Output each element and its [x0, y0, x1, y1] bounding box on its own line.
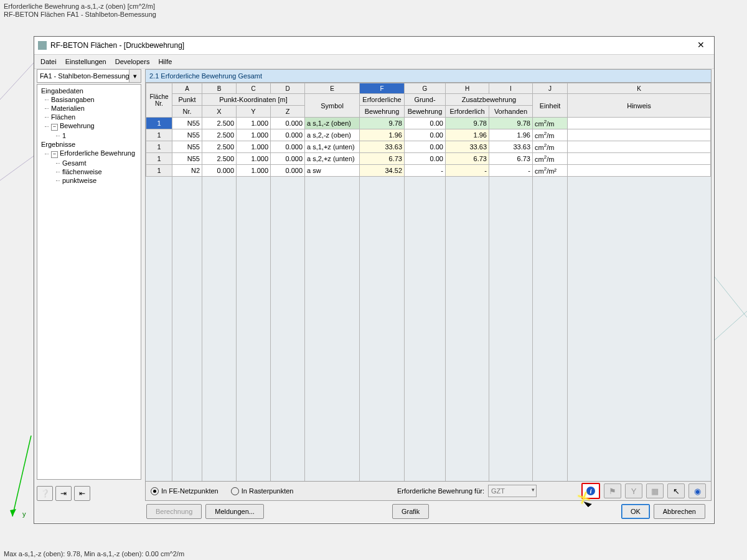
- table-row[interactable]: 1N552.5001.0000.000a s,1,+z (unten)33.63…: [146, 141, 711, 153]
- ok-button[interactable]: OK: [621, 504, 650, 519]
- close-button[interactable]: ✕: [692, 39, 710, 52]
- eye-button[interactable]: ◉: [688, 483, 706, 498]
- axis-y-icon: [0, 436, 37, 529]
- app-icon: [38, 41, 47, 50]
- table-row[interactable]: 1N552.5001.0000.000a s,2,-z (oben)1.960.…: [146, 129, 711, 141]
- berechnung-button[interactable]: Berechnung: [146, 504, 202, 519]
- case-combo-value: FA1 - Stahlbeton-Bemessung: [40, 72, 129, 80]
- axis-y-label: y: [22, 510, 26, 518]
- import-button[interactable]: ⇥: [55, 486, 72, 501]
- svg-line-3: [0, 156, 34, 180]
- titlebar: RF-BETON Flächen - [Druckbewehrung] ✕: [34, 37, 714, 55]
- svg-line-4: [712, 274, 747, 317]
- bg-line-1: [0, 62, 37, 187]
- grid-footer: In FE-Netzpunkten In Rasterpunkten Erfor…: [145, 482, 712, 501]
- menu-einstellungen[interactable]: Einstellungen: [65, 58, 106, 65]
- tree-bewehrung-1[interactable]: 1: [37, 131, 141, 140]
- col-J[interactable]: J: [533, 83, 568, 94]
- section-title: 2.1 Erforderliche Bewehrung Gesamt: [145, 69, 712, 82]
- table-row[interactable]: 1N552.5001.0000.000a s,1,-z (oben)9.780.…: [146, 118, 711, 129]
- col-H[interactable]: H: [446, 83, 489, 94]
- tree-ergebnisse[interactable]: Ergebnisse: [37, 140, 141, 149]
- col-F[interactable]: F: [360, 83, 405, 94]
- col-K[interactable]: K: [568, 83, 711, 94]
- tree-materialien[interactable]: Materialien: [37, 104, 141, 113]
- col-E[interactable]: E: [305, 83, 360, 94]
- svg-line-5: [712, 311, 747, 342]
- svg-line-0: [12, 436, 31, 516]
- tree-gesamt[interactable]: Gesamt: [37, 159, 141, 167]
- menu-developers[interactable]: Developers: [115, 58, 150, 65]
- menu-datei[interactable]: Datei: [40, 58, 57, 65]
- table-row[interactable]: 1N20.0001.0000.000a sw34.52---cm2/m²: [146, 165, 711, 177]
- export-button[interactable]: ⇤: [74, 486, 90, 501]
- tree-erf-bewehrung[interactable]: −Erforderliche Bewehrung: [37, 149, 141, 159]
- nav-tree[interactable]: Eingabedaten Basisangaben Materialien Fl…: [37, 84, 141, 480]
- tree-flaechen[interactable]: Flächen: [37, 113, 141, 121]
- bg-line-2: [712, 274, 747, 348]
- col-B[interactable]: B: [202, 83, 237, 94]
- tree-bewehrung[interactable]: −Bewehrung: [37, 121, 141, 131]
- minus-icon[interactable]: −: [51, 151, 58, 158]
- tree-flaechenweise[interactable]: flächenweise: [37, 167, 141, 176]
- minus-icon[interactable]: −: [51, 124, 58, 131]
- status-text: Max a-s,1,-z (oben): 9.78, Min a-s,1,-z …: [4, 550, 184, 558]
- tree-eingabedaten[interactable]: Eingabedaten: [37, 86, 141, 95]
- flag-button[interactable]: ⚑: [604, 483, 621, 498]
- radio-fe-netzpunkte[interactable]: In FE-Netzpunkten: [151, 487, 218, 495]
- chevron-down-icon: ▾: [129, 70, 141, 82]
- info-button[interactable]: i: [581, 483, 600, 499]
- grafik-button[interactable]: Grafik: [392, 504, 429, 519]
- col-A[interactable]: A: [172, 83, 202, 94]
- model-button[interactable]: ▦: [646, 483, 664, 498]
- tree-punktweise[interactable]: punktweise: [37, 176, 141, 185]
- window-title: RF-BETON Flächen - [Druckbewehrung]: [50, 41, 692, 50]
- results-grid[interactable]: FlächeNr. A B C D E F G H I J K: [145, 82, 712, 482]
- chevron-down-icon: ▾: [532, 487, 535, 493]
- bewehrung-fuer-combo[interactable]: GZT ▾: [488, 485, 537, 497]
- col-I[interactable]: I: [489, 83, 533, 94]
- col-C[interactable]: C: [237, 83, 271, 94]
- bg-label-1: Erforderliche Bewehrung a-s,1,-z (oben) …: [4, 2, 155, 10]
- menubar: Datei Einstellungen Developers Hilfe: [34, 55, 714, 69]
- bg-label-2: RF-BETON Flächen FA1 - Stahlbeton-Bemess…: [4, 11, 156, 18]
- col-D[interactable]: D: [271, 83, 305, 94]
- menu-hilfe[interactable]: Hilfe: [158, 58, 172, 65]
- help-button[interactable]: ❔: [37, 486, 53, 501]
- meldungen-button[interactable]: Meldungen...: [205, 504, 264, 519]
- tree-basisangaben[interactable]: Basisangaben: [37, 95, 141, 104]
- pick-button[interactable]: ↖: [667, 483, 685, 498]
- col-G[interactable]: G: [405, 83, 446, 94]
- filter-button[interactable]: Y: [625, 483, 642, 498]
- svg-line-2: [0, 62, 34, 100]
- table-row[interactable]: 1N552.5001.0000.000a s,2,+z (unten)6.730…: [146, 153, 711, 165]
- case-combo[interactable]: FA1 - Stahlbeton-Bemessung ▾: [37, 69, 141, 83]
- abbrechen-button[interactable]: Abbrechen: [654, 504, 705, 519]
- radio-rasterpunkte[interactable]: In Rasterpunkten: [231, 487, 294, 495]
- footer-label: Erforderliche Bewehrung für:: [397, 487, 484, 495]
- dialog-window: RF-BETON Flächen - [Druckbewehrung] ✕ Da…: [34, 36, 715, 524]
